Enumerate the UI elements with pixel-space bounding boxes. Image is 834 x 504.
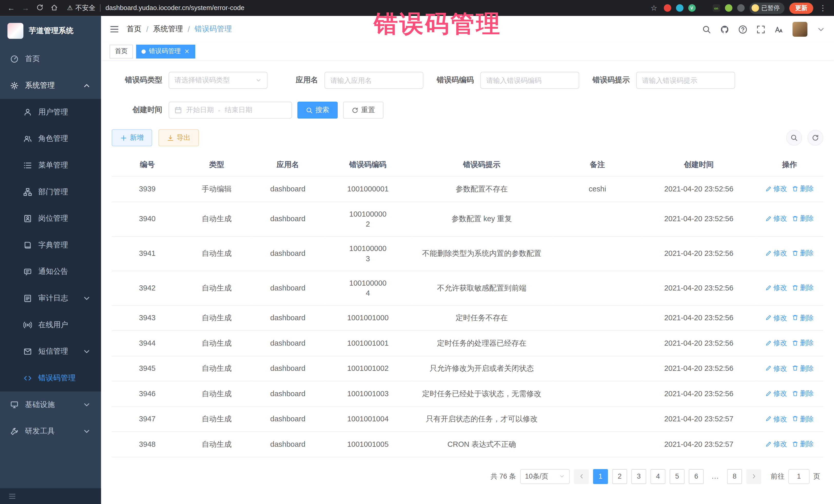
date-range-picker[interactable]: 开始日期 - 结束日期 — [169, 102, 292, 118]
table-refresh-button[interactable] — [807, 130, 823, 146]
tab-error-code[interactable]: 错误码管理 — [136, 44, 195, 58]
cell-actions: 修改删除 — [756, 432, 824, 457]
edit-link[interactable]: 修改 — [765, 283, 787, 292]
cell-type: 自动生成 — [183, 271, 250, 305]
sidebar-item-system[interactable]: 系统管理 — [0, 72, 101, 99]
logo[interactable]: 芋道管理系统 — [0, 16, 101, 46]
extension-icon-2[interactable] — [676, 4, 683, 12]
bookmark-star-icon[interactable]: ☆ — [649, 4, 659, 12]
sidebar-item-menu[interactable]: 菜单管理 — [0, 152, 101, 179]
sidebar-item-dict[interactable]: 字典管理 — [0, 232, 101, 259]
edit-link[interactable]: 修改 — [765, 388, 787, 398]
warning-icon: ⚠ — [67, 4, 73, 12]
app-name-input[interactable] — [324, 72, 423, 89]
security-chip[interactable]: ⚠ 不安全 — [67, 3, 95, 12]
extensions-puzzle-icon[interactable] — [737, 4, 744, 12]
sidebar-item-audit-log[interactable]: 审计日志 — [0, 285, 101, 312]
jump-page-input[interactable] — [788, 469, 810, 484]
breadcrumb-item[interactable]: 系统管理 — [153, 24, 183, 34]
delete-link[interactable]: 删除 — [792, 283, 814, 292]
edit-link[interactable]: 修改 — [765, 363, 787, 373]
sidebar-item-sms[interactable]: 短信管理 — [0, 338, 101, 365]
delete-link[interactable]: 删除 — [792, 312, 814, 323]
next-page-button[interactable] — [746, 469, 761, 484]
cell-hint: 不能删除类型为系统内置的参数配置 — [411, 236, 553, 271]
sidebar-item-dev-tools[interactable]: 研发工具 — [0, 418, 101, 445]
back-icon[interactable]: ← — [6, 4, 16, 12]
edit-link[interactable]: 修改 — [765, 414, 787, 424]
error-code-input[interactable] — [480, 72, 579, 89]
close-icon[interactable] — [184, 48, 190, 54]
url-bar[interactable]: dashboard.yudao.iocoder.cn/system/error-… — [106, 4, 245, 12]
page-size-select[interactable]: 10条/页 — [520, 469, 570, 484]
breadcrumb-item[interactable]: 首页 — [127, 24, 141, 34]
edit-link[interactable]: 修改 — [765, 214, 787, 223]
page-button-8[interactable]: 8 — [727, 469, 742, 484]
sidebar-item-label: 通知公告 — [38, 267, 68, 277]
page-button-4[interactable]: 4 — [651, 469, 665, 484]
sidebar-item-dept[interactable]: 部门管理 — [0, 179, 101, 205]
help-icon[interactable] — [738, 25, 747, 34]
delete-link[interactable]: 删除 — [792, 248, 814, 258]
cell-app: dashboard — [250, 202, 325, 236]
delete-link[interactable]: 删除 — [792, 363, 814, 373]
error-type-select[interactable]: 请选择错误码类型 — [169, 72, 268, 89]
table-search-toggle[interactable] — [786, 130, 802, 146]
delete-link[interactable]: 删除 — [792, 214, 814, 223]
github-icon[interactable] — [720, 25, 729, 34]
sidebar-item-role[interactable]: 角色管理 — [0, 126, 101, 152]
delete-link[interactable]: 删除 — [792, 414, 814, 424]
edit-link[interactable]: 修改 — [765, 248, 787, 258]
cell-actions: 修改删除 — [756, 356, 824, 381]
page-button-1[interactable]: 1 — [593, 469, 608, 484]
delete-link[interactable]: 删除 — [792, 388, 814, 398]
search-button[interactable]: 搜索 — [298, 102, 338, 118]
extension-icon-1[interactable] — [664, 4, 671, 12]
extension-icon-4[interactable] — [700, 4, 708, 12]
page-button-6[interactable]: 6 — [689, 469, 704, 484]
more-menu-icon[interactable]: ⋮ — [818, 4, 828, 12]
delete-link[interactable]: 删除 — [792, 183, 814, 194]
delete-link[interactable]: 删除 — [792, 338, 814, 348]
vue-devtools-icon[interactable]: V — [688, 4, 696, 12]
edit-link[interactable]: 修改 — [765, 338, 787, 348]
page-button-5[interactable]: 5 — [670, 469, 685, 484]
page-button-2[interactable]: 2 — [612, 469, 627, 484]
collapse-icon — [8, 492, 16, 500]
update-button[interactable]: 更新 — [789, 2, 813, 14]
fullscreen-icon[interactable] — [756, 25, 765, 34]
page-button-3[interactable]: 3 — [631, 469, 646, 484]
edit-link[interactable]: 修改 — [765, 183, 787, 194]
home-icon[interactable] — [49, 3, 59, 12]
search-icon[interactable] — [702, 25, 711, 34]
chevron-down-icon[interactable] — [816, 25, 826, 34]
sidebar-item-online-user[interactable]: 在线用户 — [0, 312, 101, 338]
sidebar-collapse-bar[interactable] — [0, 488, 101, 504]
font-size-icon[interactable] — [774, 25, 784, 34]
tab-home[interactable]: 首页 — [110, 44, 133, 58]
avatar[interactable] — [792, 22, 807, 37]
sidebar-item-home[interactable]: 首页 — [0, 46, 101, 72]
reset-button[interactable]: 重置 — [343, 102, 383, 118]
edit-link[interactable]: 修改 — [765, 439, 787, 449]
edit-link[interactable]: 修改 — [765, 312, 787, 323]
hamburger-icon[interactable] — [110, 24, 119, 34]
error-hint-input[interactable] — [636, 72, 735, 89]
sidebar-item-notice[interactable]: 通知公告 — [0, 258, 101, 285]
forward-icon[interactable]: → — [21, 4, 30, 12]
filter-label-date: 创建时间 — [112, 105, 169, 115]
sidebar-item-post[interactable]: 岗位管理 — [0, 205, 101, 232]
more-pages-button[interactable]: ... — [708, 469, 723, 484]
delete-link[interactable]: 删除 — [792, 439, 814, 449]
extension-icon-6[interactable] — [725, 4, 732, 12]
table-row: 3939手动编辑dashboard1001000001参数配置不存在ceshi2… — [112, 176, 823, 201]
add-button[interactable]: 新增 — [112, 129, 152, 146]
profile-paused-chip[interactable]: 已暂停 — [749, 2, 785, 14]
reload-icon[interactable] — [35, 3, 45, 12]
sidebar-item-infra[interactable]: 基础设施 — [0, 392, 101, 418]
sidebar-item-user[interactable]: 用户管理 — [0, 99, 101, 126]
prev-page-button[interactable] — [574, 469, 589, 484]
sidebar-item-error-code[interactable]: 错误码管理 — [0, 365, 101, 392]
export-button[interactable]: 导出 — [159, 129, 199, 146]
extension-icon-5[interactable]: on — [712, 4, 720, 12]
